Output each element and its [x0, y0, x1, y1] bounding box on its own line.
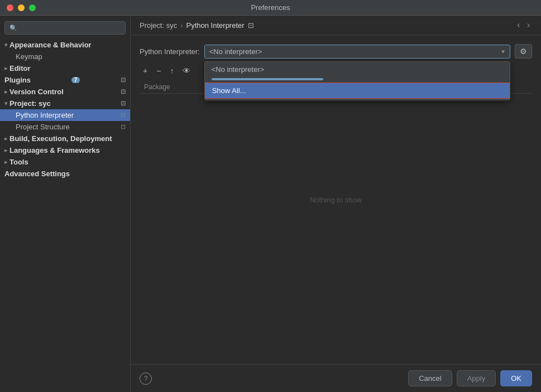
sidebar-item-editor[interactable]: ▸ Editor	[0, 62, 130, 74]
breadcrumb-separator: ›	[180, 21, 183, 30]
sidebar-item-label: Version Control	[9, 88, 64, 96]
interpreter-dropdown[interactable]: <No interpreter>	[204, 45, 510, 59]
sidebar-item-project[interactable]: ▾ Project: syc ⊡	[0, 98, 130, 109]
chevron-right-icon: ▸	[4, 135, 7, 142]
traffic-lights	[7, 4, 36, 11]
breadcrumb-icon: ⊡	[248, 21, 254, 30]
add-package-button[interactable]: +	[140, 65, 151, 76]
gear-button[interactable]: ⚙	[515, 44, 532, 59]
apply-button[interactable]: Apply	[457, 370, 496, 386]
sidebar-item-plugins[interactable]: Plugins 7 ⊡	[0, 74, 130, 86]
chevron-down-icon: ▾	[4, 100, 7, 107]
chevron-right-icon: ▸	[4, 89, 7, 95]
chevron-down-icon: ▾	[4, 42, 7, 48]
main-layout: 🔍 ▾ Appearance & Behavior Keymap ▸ Edito…	[0, 16, 541, 392]
chevron-right-icon: ▸	[4, 147, 7, 153]
version-control-icon: ⊡	[121, 88, 126, 95]
minimize-button[interactable]	[18, 4, 25, 11]
maximize-button[interactable]	[29, 4, 36, 11]
content-area: Project: syc › Python Interpreter ⊡ ‹ › …	[131, 16, 541, 392]
plugins-badge: 7	[71, 77, 80, 83]
ok-button[interactable]: OK	[500, 370, 532, 386]
action-buttons: Cancel Apply OK	[408, 370, 532, 386]
sidebar-item-label: Advanced Settings	[4, 170, 70, 178]
cancel-button[interactable]: Cancel	[408, 370, 452, 386]
sidebar-item-appearance-behavior[interactable]: ▾ Appearance & Behavior	[0, 39, 130, 51]
project-icon: ⊡	[121, 100, 126, 107]
breadcrumb: Project: syc › Python Interpreter ⊡	[140, 21, 254, 30]
plugins-icon: ⊡	[121, 76, 126, 84]
interpreter-dropdown-container: <No interpreter> ▼ <No interpreter> Show…	[204, 45, 510, 59]
sidebar-item-label: Languages & Frameworks	[9, 146, 100, 154]
help-button[interactable]: ?	[140, 372, 152, 385]
content-header: Project: syc › Python Interpreter ⊡ ‹ ›	[131, 16, 541, 35]
chevron-right-icon: ▸	[4, 65, 7, 71]
sidebar-item-label: Project: syc	[9, 99, 51, 108]
dropdown-option-no-interpreter-item[interactable]: <No interpreter>	[205, 62, 510, 77]
sidebar-item-keymap[interactable]: Keymap	[0, 51, 130, 62]
project-structure-icon: ⊡	[121, 123, 126, 130]
sidebar-item-label: Plugins	[4, 76, 31, 84]
sidebar-item-advanced-settings[interactable]: Advanced Settings	[0, 168, 130, 180]
search-input[interactable]	[20, 24, 121, 32]
search-icon: 🔍	[9, 25, 17, 32]
bottom-bar: ? Cancel Apply OK	[131, 364, 541, 392]
nav-arrows: ‹ ›	[515, 20, 532, 30]
sidebar-item-label: Editor	[9, 64, 31, 72]
view-options-button[interactable]: 👁	[179, 65, 194, 76]
sidebar-item-build-execution[interactable]: ▸ Build, Execution, Deployment	[0, 133, 130, 144]
sidebar: 🔍 ▾ Appearance & Behavior Keymap ▸ Edito…	[0, 16, 131, 392]
sidebar-item-label: Build, Execution, Deployment	[9, 134, 112, 143]
sidebar-item-tools[interactable]: ▸ Tools	[0, 156, 130, 168]
breadcrumb-project: Project: syc	[140, 21, 177, 30]
sidebar-item-languages-frameworks[interactable]: ▸ Languages & Frameworks	[0, 144, 130, 156]
dropdown-option-show-all[interactable]: Show All...	[205, 83, 510, 99]
sidebar-item-label: Appearance & Behavior	[9, 41, 92, 49]
close-button[interactable]	[7, 4, 13, 11]
sidebar-item-project-structure[interactable]: Project Structure ⊡	[0, 121, 130, 133]
search-box[interactable]: 🔍	[4, 21, 126, 35]
nav-back-button[interactable]: ‹	[515, 20, 522, 30]
loading-bar	[212, 78, 323, 80]
python-interpreter-icon: ⊡	[121, 112, 126, 119]
upgrade-package-button[interactable]: ↑	[166, 65, 177, 76]
sidebar-item-label: Project Structure	[16, 123, 70, 131]
content-body: Python Interpreter: <No interpreter> ▼ <…	[131, 35, 541, 364]
sidebar-item-label: Keymap	[16, 52, 42, 61]
nothing-to-show-label: Nothing to show	[310, 196, 362, 204]
interpreter-row: Python Interpreter: <No interpreter> ▼ <…	[140, 44, 532, 59]
chevron-right-icon: ▸	[4, 159, 7, 165]
sidebar-item-label: Tools	[9, 158, 28, 166]
sidebar-item-label: Python Interpreter	[16, 111, 74, 119]
remove-package-button[interactable]: −	[153, 65, 164, 76]
dropdown-popup: <No interpreter> Show All...	[204, 61, 510, 100]
nav-forward-button[interactable]: ›	[525, 20, 532, 30]
sidebar-item-python-interpreter[interactable]: Python Interpreter ⊡	[0, 109, 130, 121]
sidebar-item-version-control[interactable]: ▸ Version Control ⊡	[0, 86, 130, 98]
help-icon: ?	[144, 375, 148, 383]
title-bar: Preferences	[0, 0, 541, 16]
window-title: Preferences	[251, 3, 290, 12]
breadcrumb-current: Python Interpreter	[186, 21, 245, 30]
interpreter-label: Python Interpreter:	[140, 47, 200, 56]
